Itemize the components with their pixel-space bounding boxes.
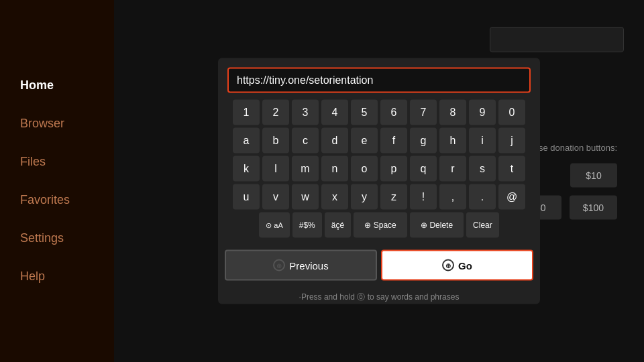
- sidebar-item-favorites[interactable]: Favorites: [0, 181, 114, 219]
- key-symbols[interactable]: #$%: [292, 213, 322, 238]
- key-m[interactable]: m: [292, 156, 319, 182]
- key-1[interactable]: 1: [233, 100, 260, 125]
- special-row: ⊙ aA #$% äçé ⊕ Space ⊕ Delete Clear: [225, 213, 533, 238]
- key-p[interactable]: p: [380, 156, 407, 182]
- previous-button[interactable]: ⊕ Previous: [225, 250, 377, 281]
- key-exclaim[interactable]: !: [410, 184, 437, 210]
- alpha-row-3: u v w x y z ! , . @: [225, 184, 533, 210]
- key-e[interactable]: e: [351, 128, 378, 154]
- key-y[interactable]: y: [351, 184, 378, 210]
- main-content: ase donation buttons: $10 $20 $50 $100 h…: [114, 0, 644, 362]
- sidebar-item-settings[interactable]: Settings: [0, 219, 114, 257]
- key-f[interactable]: f: [380, 128, 407, 154]
- sidebar: Home Browser Files Favorites Settings He…: [0, 0, 114, 362]
- key-d[interactable]: d: [321, 128, 348, 154]
- go-button[interactable]: ⊕ Go: [381, 250, 533, 281]
- action-row: ⊕ Previous ⊕ Go: [225, 250, 533, 281]
- sidebar-item-browser[interactable]: Browser: [0, 105, 114, 143]
- key-6[interactable]: 6: [380, 100, 407, 125]
- key-q[interactable]: q: [410, 156, 437, 182]
- background-input: [490, 27, 624, 52]
- donation-label: ase donation buttons:: [534, 143, 617, 153]
- keyboard: 1 2 3 4 5 6 7 8 9 0 a b c d e f g h: [218, 100, 540, 247]
- voice-hint: ·Press and hold ⓪ to say words and phras…: [218, 288, 540, 304]
- key-8[interactable]: 8: [439, 100, 466, 125]
- key-n[interactable]: n: [321, 156, 348, 182]
- previous-label: Previous: [289, 259, 328, 271]
- key-clear[interactable]: Clear: [466, 213, 499, 238]
- sidebar-item-home[interactable]: Home: [0, 66, 114, 105]
- key-period[interactable]: .: [469, 184, 496, 210]
- previous-icon: ⊕: [273, 259, 285, 272]
- alpha-row-1: a b c d e f g h i j: [225, 128, 533, 154]
- key-space[interactable]: ⊕ Space: [354, 213, 407, 238]
- key-9[interactable]: 9: [469, 100, 496, 125]
- key-0[interactable]: 0: [498, 100, 525, 125]
- key-4[interactable]: 4: [321, 100, 348, 125]
- donation-10: $10: [570, 164, 617, 188]
- sidebar-item-files[interactable]: Files: [0, 143, 114, 181]
- donation-100: $100: [570, 196, 617, 220]
- sidebar-item-help[interactable]: Help: [0, 257, 114, 296]
- key-2[interactable]: 2: [262, 100, 289, 125]
- key-k[interactable]: k: [233, 156, 260, 182]
- key-l[interactable]: l: [262, 156, 289, 182]
- key-j[interactable]: j: [498, 128, 525, 154]
- key-a[interactable]: a: [233, 128, 260, 154]
- donation-row-1: $10: [570, 164, 617, 188]
- key-delete[interactable]: ⊕ Delete: [410, 213, 464, 238]
- key-3[interactable]: 3: [292, 100, 319, 125]
- number-row: 1 2 3 4 5 6 7 8 9 0: [225, 100, 533, 125]
- key-g[interactable]: g: [410, 128, 437, 154]
- key-5[interactable]: 5: [351, 100, 378, 125]
- key-i[interactable]: i: [469, 128, 496, 154]
- url-input[interactable]: https://tiny.one/setorientation: [227, 68, 531, 93]
- key-u[interactable]: u: [233, 184, 260, 210]
- key-x[interactable]: x: [321, 184, 348, 210]
- alpha-row-2: k l m n o p q r s t: [225, 156, 533, 182]
- key-h[interactable]: h: [439, 128, 466, 154]
- key-comma[interactable]: ,: [439, 184, 466, 210]
- key-c[interactable]: c: [292, 128, 319, 154]
- key-o[interactable]: o: [351, 156, 378, 182]
- key-w[interactable]: w: [292, 184, 319, 210]
- key-caps[interactable]: ⊙ aA: [259, 213, 290, 238]
- key-7[interactable]: 7: [410, 100, 437, 125]
- key-b[interactable]: b: [262, 128, 289, 154]
- key-z[interactable]: z: [380, 184, 407, 210]
- go-label: Go: [458, 259, 472, 271]
- key-v[interactable]: v: [262, 184, 289, 210]
- key-accents[interactable]: äçé: [325, 213, 351, 238]
- key-s[interactable]: s: [469, 156, 496, 182]
- go-icon: ⊕: [442, 259, 454, 272]
- keyboard-overlay: https://tiny.one/setorientation 1 2 3 4 …: [218, 58, 540, 304]
- key-at[interactable]: @: [498, 184, 525, 210]
- key-r[interactable]: r: [439, 156, 466, 182]
- key-t[interactable]: t: [498, 156, 525, 182]
